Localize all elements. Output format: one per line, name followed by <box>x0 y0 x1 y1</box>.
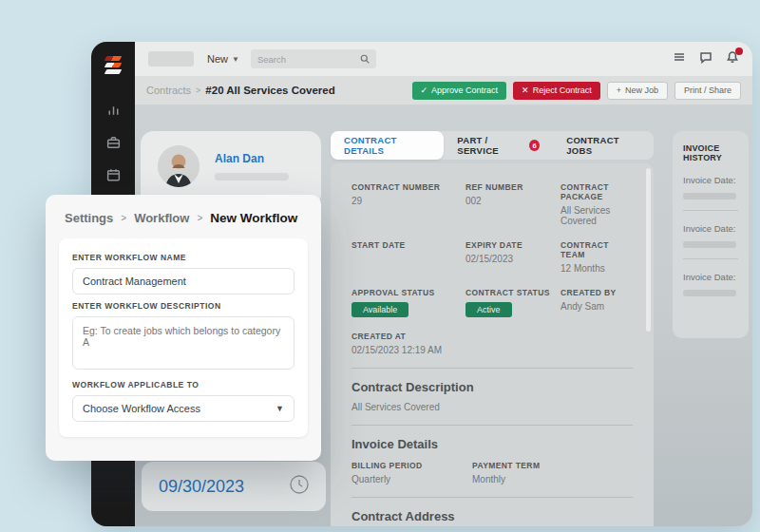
approval-status-label: APPROVAL STATUS <box>352 288 466 297</box>
contract-tabs: CONTRACT DETAILS PART / SERVICE 6 CONTRA… <box>331 131 654 160</box>
print-share-label: Print / Share <box>684 86 732 95</box>
invoice-history-item: Invoice Date: <box>683 175 738 211</box>
field-billing-period: BILLING PERIOD Quarterly <box>352 461 472 484</box>
nav-placeholder <box>148 51 194 66</box>
contract-status-badge: Active <box>466 302 512 317</box>
billing-period-value: Quarterly <box>352 474 472 484</box>
chevron-down-icon: ▼ <box>276 404 284 413</box>
invoice-date-placeholder <box>683 241 736 248</box>
approve-contract-button[interactable]: ✓ Approve Contract <box>412 82 507 100</box>
contract-details-panel: CONTRACT NUMBER 29 REF NUMBER 002 CONTRA… <box>331 163 654 526</box>
tab-contract-jobs[interactable]: CONTRACT JOBS <box>553 131 654 160</box>
modal-breadcrumb: Settings > Workflow > New Workflow <box>46 195 321 237</box>
date-value: 09/30/2023 <box>159 477 244 497</box>
created-by-value: Andy Sam <box>560 301 633 312</box>
created-at-label: CREATED AT <box>352 332 466 341</box>
contract-package-value: All Services Covered <box>560 205 633 226</box>
created-at-value: 02/15/2023 12:19 AM <box>352 345 466 355</box>
search-input[interactable]: Search <box>251 49 376 68</box>
field-created-by: CREATED BY Andy Sam <box>560 288 633 317</box>
screen: New ▼ Search <box>0 0 760 532</box>
workflow-access-value: Choose Workflow Access <box>83 403 200 414</box>
approve-contract-label: Approve Contract <box>431 86 498 95</box>
page-title: #20 All Services Covered <box>205 85 334 96</box>
field-contract-team: CONTRACT TEAM 12 Months <box>560 240 633 274</box>
new-workflow-modal: Settings > Workflow > New Workflow ENTER… <box>46 195 321 461</box>
breadcrumb-separator: > <box>121 213 126 223</box>
section-divider <box>352 368 633 369</box>
ref-number-value: 002 <box>466 196 560 206</box>
search-icon <box>360 50 370 67</box>
date-picker-field[interactable]: 09/30/2023 <box>142 462 326 511</box>
section-divider <box>352 497 633 498</box>
briefcase-icon[interactable] <box>105 135 122 151</box>
customer-info-placeholder <box>215 173 289 180</box>
calendar-icon[interactable] <box>105 167 122 183</box>
breadcrumb-section[interactable]: Contracts <box>146 85 191 96</box>
notification-badge <box>735 48 743 55</box>
chevron-down-icon: ▼ <box>232 55 239 64</box>
expiry-date-value: 02/15/2023 <box>466 254 560 264</box>
new-dropdown[interactable]: New ▼ <box>207 53 239 65</box>
app-logo[interactable] <box>101 53 125 78</box>
reject-contract-button[interactable]: ✕ Reject Contract <box>513 82 600 100</box>
workflow-name-label: ENTER WORKFLOW NAME <box>72 253 294 262</box>
tab-part-service[interactable]: PART / SERVICE 6 <box>444 131 553 160</box>
invoice-date-placeholder <box>683 193 736 200</box>
panel-scrollbar[interactable] <box>646 168 651 332</box>
field-contract-number: CONTRACT NUMBER 29 <box>352 182 466 226</box>
invoice-details-title: Invoice Details <box>352 437 633 451</box>
breadcrumb-workflow[interactable]: Workflow <box>134 211 189 225</box>
clock-icon[interactable] <box>288 473 311 500</box>
search-placeholder: Search <box>257 54 286 65</box>
invoice-date-placeholder <box>683 290 736 296</box>
contract-number-label: CONTRACT NUMBER <box>352 182 466 192</box>
workflow-access-select[interactable]: Choose Workflow Access ▼ <box>72 395 294 422</box>
tab-part-service-label: PART / SERVICE <box>457 135 524 156</box>
contract-description-value: All Services Covered <box>352 402 633 412</box>
contract-team-value: 12 Months <box>560 263 633 274</box>
workflow-name-input[interactable] <box>72 268 294 294</box>
field-start-date: START DATE <box>352 240 466 274</box>
divider <box>683 258 738 259</box>
workflow-applicable-label: WORKFLOW APPLICABLE TO <box>72 380 294 390</box>
field-contract-package: CONTRACT PACKAGE All Services Covered <box>560 182 633 226</box>
top-navbar: New ▼ Search <box>135 42 752 76</box>
breadcrumb-settings[interactable]: Settings <box>65 211 113 225</box>
field-created-at: CREATED AT 02/15/2023 12:19 AM <box>352 332 466 355</box>
contract-package-label: CONTRACT PACKAGE <box>560 182 633 201</box>
breadcrumb-new-workflow: New Workflow <box>210 211 297 225</box>
payment-term-value: Monthly <box>472 474 633 484</box>
new-job-button[interactable]: + New Job <box>607 82 668 100</box>
field-expiry-date: EXPIRY DATE 02/15/2023 <box>466 240 560 274</box>
contract-team-label: CONTRACT TEAM <box>560 240 633 259</box>
customer-name[interactable]: Alan Dan <box>215 152 264 165</box>
ref-number-label: REF NUMBER <box>466 182 560 192</box>
breadcrumb-separator: > <box>197 213 202 223</box>
tab-contract-details-label: CONTRACT DETAILS <box>344 135 430 156</box>
contract-address-title: Contract Address <box>352 509 633 523</box>
new-dropdown-label: New <box>207 53 228 65</box>
invoice-history-item: Invoice Date: <box>683 223 738 259</box>
invoice-date-label: Invoice Date: <box>683 175 738 185</box>
part-service-count-badge: 6 <box>529 140 540 151</box>
contract-number-value: 29 <box>352 196 466 206</box>
start-date-label: START DATE <box>352 240 466 250</box>
analytics-icon[interactable] <box>105 103 122 119</box>
billing-period-label: BILLING PERIOD <box>352 461 472 470</box>
field-payment-term: PAYMENT TERM Monthly <box>472 461 633 484</box>
page-header-bar: Contracts > #20 All Services Covered ✓ A… <box>135 76 752 104</box>
invoice-date-label: Invoice Date: <box>683 223 738 234</box>
tab-contract-jobs-label: CONTRACT JOBS <box>566 135 640 156</box>
print-share-button[interactable]: Print / Share <box>674 82 741 100</box>
cross-icon: ✕ <box>522 86 529 95</box>
notifications-bell-icon[interactable] <box>726 50 739 67</box>
workflow-form-card: ENTER WORKFLOW NAME ENTER WORKFLOW DESCR… <box>59 238 308 437</box>
tab-contract-details[interactable]: CONTRACT DETAILS <box>331 131 444 160</box>
expiry-date-label: EXPIRY DATE <box>466 240 560 250</box>
menu-list-icon[interactable] <box>673 50 686 67</box>
workflow-description-textarea[interactable] <box>72 316 294 370</box>
breadcrumb-separator: > <box>196 86 200 95</box>
chat-icon[interactable] <box>699 50 712 67</box>
approval-status-badge: Available <box>352 302 408 317</box>
